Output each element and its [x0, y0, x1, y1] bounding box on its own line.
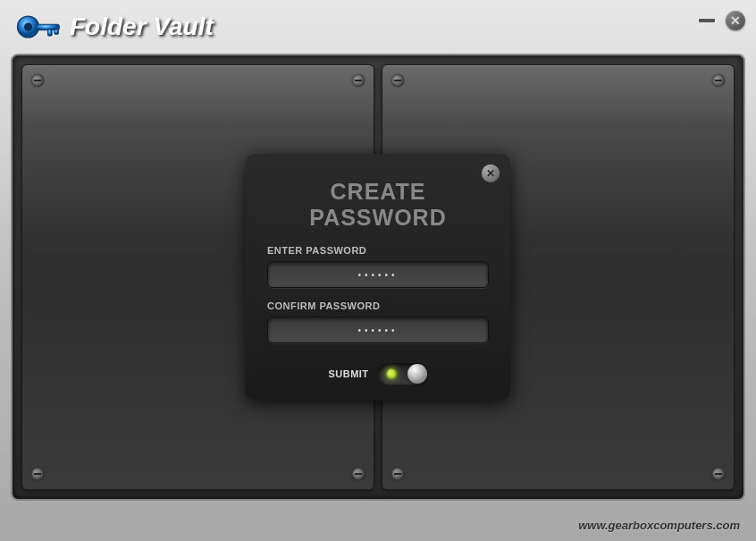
screw-icon — [352, 468, 365, 480]
dialog-title: CREATE PASSWORD — [267, 179, 489, 231]
screw-icon — [31, 74, 44, 87]
window-controls: ✕ — [699, 11, 745, 30]
title-bar: Folder Vault ✕ — [0, 0, 756, 54]
create-password-dialog: ✕ CREATE PASSWORD ENTER PASSWORD CONFIRM… — [246, 154, 510, 401]
screw-icon — [352, 74, 365, 87]
svg-point-1 — [24, 22, 32, 30]
screw-icon — [712, 74, 725, 87]
screw-icon — [712, 468, 725, 480]
screw-icon — [391, 74, 404, 87]
app-logo: Folder Vault — [13, 9, 214, 45]
enter-password-label: ENTER PASSWORD — [267, 245, 489, 256]
toggle-led-icon — [387, 369, 396, 378]
window-close-button[interactable]: ✕ — [726, 11, 745, 30]
screw-icon — [31, 468, 44, 480]
screw-icon — [391, 468, 404, 480]
toggle-knob-icon — [407, 364, 427, 384]
svg-rect-3 — [48, 30, 53, 36]
enter-password-input[interactable] — [267, 261, 489, 288]
app-title: Folder Vault — [70, 13, 214, 41]
submit-toggle[interactable] — [378, 363, 428, 385]
footer-url: www.gearboxcomputers.com — [578, 519, 740, 532]
svg-rect-4 — [55, 30, 59, 35]
submit-row: SUBMIT — [267, 363, 489, 385]
confirm-password-label: CONFIRM PASSWORD — [267, 300, 489, 311]
key-icon — [13, 9, 63, 45]
dialog-close-button[interactable]: ✕ — [482, 165, 500, 182]
submit-label: SUBMIT — [328, 368, 368, 379]
minimize-button[interactable] — [699, 19, 715, 22]
confirm-password-input[interactable] — [267, 317, 489, 343]
